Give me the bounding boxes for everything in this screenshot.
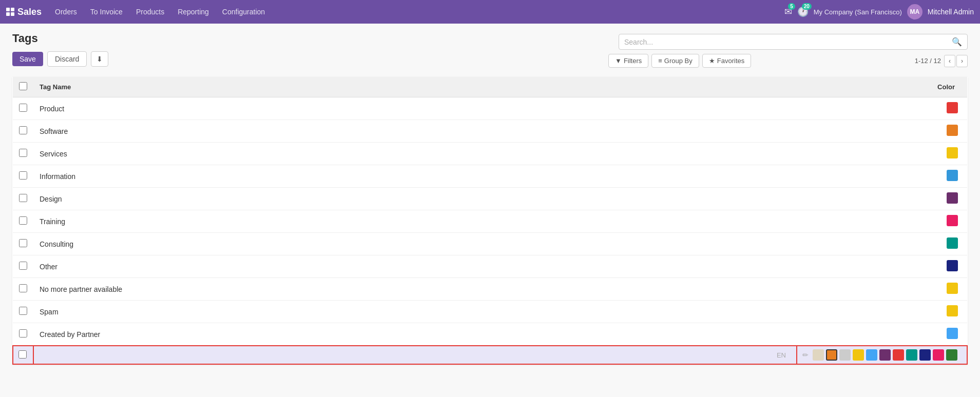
color-picker-swatch[interactable] (826, 349, 837, 361)
row-checkbox-cell[interactable] (13, 233, 33, 255)
row-tag-name[interactable]: Product (33, 97, 797, 120)
color-picker-swatch[interactable] (813, 349, 824, 361)
row-color-cell[interactable] (797, 323, 967, 346)
row-tag-name[interactable]: Spam (33, 301, 797, 323)
table-row: Software (13, 120, 967, 143)
row-checkbox-cell[interactable] (13, 210, 33, 233)
color-picker-swatch[interactable] (893, 349, 904, 361)
nav-products[interactable]: Products (131, 6, 169, 18)
table-row: Other (13, 255, 967, 278)
pagination-info: 1-12 / 12 (915, 57, 941, 65)
color-picker-swatch[interactable] (866, 349, 877, 361)
row-checkbox-cell[interactable] (13, 323, 33, 346)
row-color-cell[interactable] (797, 301, 967, 323)
row-color-cell[interactable] (797, 278, 967, 301)
color-picker-swatch[interactable] (853, 349, 864, 361)
row-color-cell[interactable] (797, 143, 967, 165)
row-checkbox-cell[interactable] (13, 97, 33, 120)
new-row-checkbox-cell[interactable] (13, 346, 33, 364)
row-checkbox[interactable] (19, 284, 27, 292)
nav-to-invoice[interactable]: To Invoice (85, 6, 128, 18)
row-checkbox-cell[interactable] (13, 301, 33, 323)
new-row-checkbox[interactable] (18, 350, 27, 359)
row-color-cell[interactable] (797, 210, 967, 233)
color-picker-swatch[interactable] (933, 349, 944, 361)
row-checkbox[interactable] (19, 149, 27, 157)
row-checkbox[interactable] (19, 171, 27, 180)
row-checkbox-cell[interactable] (13, 120, 33, 143)
color-swatch (947, 215, 958, 226)
row-color-cell[interactable] (797, 255, 967, 278)
row-tag-name[interactable]: Training (33, 210, 797, 233)
nav-orders[interactable]: Orders (50, 6, 82, 18)
col-tag-name: Tag Name (33, 77, 797, 97)
new-tag-name-input[interactable] (39, 351, 791, 359)
discard-button[interactable]: Discard (47, 51, 87, 67)
nav-reporting[interactable]: Reporting (172, 6, 214, 18)
table-row: No more partner available (13, 278, 967, 301)
color-picker-swatch[interactable] (906, 349, 917, 361)
color-swatch (947, 328, 958, 339)
row-checkbox-cell[interactable] (13, 143, 33, 165)
color-swatch (947, 283, 958, 294)
nav-configuration[interactable]: Configuration (217, 6, 270, 18)
row-checkbox[interactable] (19, 239, 27, 247)
top-navigation: Sales Orders To Invoice Products Reporti… (0, 0, 980, 24)
messages-icon-wrap[interactable]: ✉ 5 (784, 6, 792, 17)
search-bar[interactable]: 🔍 (619, 34, 968, 50)
row-checkbox-cell[interactable] (13, 188, 33, 210)
filters-button[interactable]: ▼ Filters (608, 54, 648, 68)
group-by-button[interactable]: ≡ Group By (651, 54, 699, 68)
row-checkbox-cell[interactable] (13, 255, 33, 278)
row-checkbox[interactable] (19, 329, 27, 338)
row-checkbox[interactable] (19, 194, 27, 202)
row-checkbox[interactable] (19, 307, 27, 315)
row-tag-name[interactable]: Software (33, 120, 797, 143)
row-tag-name[interactable]: No more partner available (33, 278, 797, 301)
row-tag-name[interactable]: Other (33, 255, 797, 278)
star-icon: ★ (709, 57, 715, 65)
download-button[interactable]: ⬇ (91, 51, 108, 67)
new-tag-row[interactable]: EN ✏ (13, 346, 967, 364)
select-all-checkbox[interactable] (19, 82, 27, 90)
row-tag-name[interactable]: Services (33, 143, 797, 165)
app-brand[interactable]: Sales (6, 7, 42, 17)
row-checkbox-cell[interactable] (13, 278, 33, 301)
row-tag-name[interactable]: Created by Partner (33, 323, 797, 346)
color-swatch (947, 237, 958, 249)
color-picker-swatch[interactable] (839, 349, 851, 361)
search-icon[interactable]: 🔍 (952, 37, 962, 47)
row-tag-name[interactable]: Information (33, 165, 797, 188)
edit-color-icon[interactable]: ✏ (802, 351, 809, 359)
pagination-arrows: ‹ › (944, 55, 968, 67)
download-icon: ⬇ (97, 55, 103, 63)
row-color-cell[interactable] (797, 97, 967, 120)
color-picker-swatch[interactable] (946, 349, 957, 361)
color-picker-swatch[interactable] (879, 349, 891, 361)
search-input[interactable] (624, 38, 952, 46)
row-checkbox[interactable] (19, 104, 27, 112)
group-icon: ≡ (658, 57, 662, 65)
avatar[interactable]: MA (907, 4, 923, 19)
row-tag-name[interactable]: Consulting (33, 233, 797, 255)
row-color-cell[interactable] (797, 120, 967, 143)
row-checkbox[interactable] (19, 216, 27, 225)
prev-page-button[interactable]: ‹ (944, 55, 955, 67)
row-checkbox[interactable] (19, 262, 27, 270)
filter-icon: ▼ (615, 57, 622, 65)
select-all-col[interactable] (13, 77, 33, 97)
color-picker-swatch[interactable] (919, 349, 931, 361)
row-checkbox-cell[interactable] (13, 165, 33, 188)
row-color-cell[interactable] (797, 233, 967, 255)
company-name: My Company (San Francisco) (814, 8, 902, 16)
row-tag-name[interactable]: Design (33, 188, 797, 210)
row-color-cell[interactable] (797, 165, 967, 188)
new-row-color-cell[interactable]: ✏ (797, 346, 967, 364)
row-checkbox[interactable] (19, 126, 27, 134)
row-color-cell[interactable] (797, 188, 967, 210)
activities-icon-wrap[interactable]: 🕐 20 (797, 6, 809, 17)
favorites-button[interactable]: ★ Favorites (702, 54, 751, 68)
next-page-button[interactable]: › (956, 55, 968, 67)
save-button[interactable]: Save (12, 52, 43, 66)
new-row-name-cell[interactable]: EN (33, 346, 797, 364)
